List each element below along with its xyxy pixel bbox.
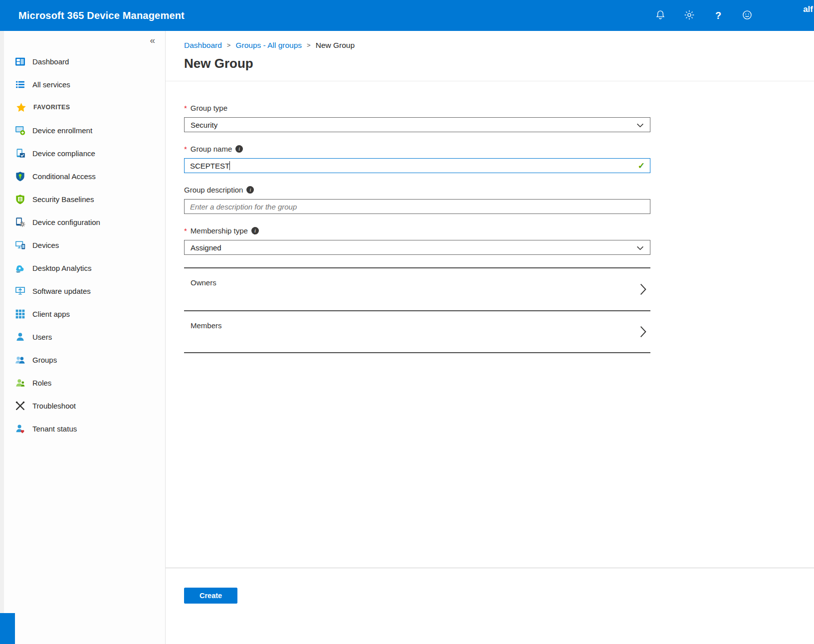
group-description-input[interactable]	[184, 199, 650, 214]
members-row[interactable]: Members	[184, 310, 650, 353]
sidebar-item-troubleshoot[interactable]: Troubleshoot	[4, 394, 165, 417]
main-content: Dashboard > Groups - All groups > New Gr…	[166, 31, 814, 644]
group-description-label-text: Group description	[184, 186, 243, 194]
gear-icon	[684, 9, 695, 22]
sidebar-item-label: All services	[32, 80, 70, 89]
sidebar-item-all-services[interactable]: All services	[4, 73, 165, 96]
group-type-field: * Group type Security	[184, 103, 650, 132]
sidebar-item-label: Device configuration	[32, 218, 100, 226]
sidebar-item-device-enrollment[interactable]: Device enrollment	[4, 119, 165, 142]
sidebar: « Dashboard All services FAVORITES Devic…	[4, 31, 166, 644]
collapse-row: «	[4, 31, 165, 50]
sidebar-item-dashboard[interactable]: Dashboard	[4, 50, 165, 73]
text-caret	[229, 161, 230, 170]
sidebar-collapse-button[interactable]: «	[147, 35, 158, 46]
sidebar-item-label: Troubleshoot	[32, 402, 76, 410]
all-services-icon	[15, 79, 25, 90]
group-name-input[interactable]	[184, 158, 650, 173]
group-name-label: * Group name i	[184, 144, 650, 153]
group-description-field: Group description i	[184, 185, 650, 214]
roles-icon	[15, 378, 25, 388]
device-compliance-icon	[15, 148, 25, 159]
sidebar-item-device-compliance[interactable]: Device compliance	[4, 142, 165, 165]
security-baselines-icon	[15, 194, 25, 205]
chevron-down-icon	[636, 123, 644, 128]
bottom-left-accent	[0, 613, 15, 644]
chevron-right-icon	[640, 326, 646, 338]
breadcrumb-dashboard[interactable]: Dashboard	[184, 41, 222, 50]
feedback-button[interactable]	[741, 9, 753, 21]
device-configuration-icon	[15, 217, 25, 227]
membership-type-dropdown[interactable]: Assigned	[184, 240, 650, 255]
group-description-input-wrap	[184, 199, 650, 214]
groups-icon	[15, 355, 25, 365]
star-icon	[16, 102, 26, 113]
group-name-input-wrap: ✓	[184, 158, 650, 173]
sidebar-item-desktop-analytics[interactable]: Desktop Analytics	[4, 256, 165, 279]
smiley-icon	[742, 9, 753, 22]
devices-icon	[15, 240, 25, 250]
bell-icon	[655, 9, 666, 22]
sidebar-item-security-baselines[interactable]: Security Baselines	[4, 188, 165, 211]
breadcrumb-separator: >	[307, 41, 311, 49]
help-icon: ?	[715, 10, 721, 21]
members-label: Members	[191, 321, 222, 330]
tenant-status-icon	[15, 424, 25, 434]
membership-type-value: Assigned	[191, 243, 221, 252]
valid-check-icon: ✓	[638, 161, 645, 171]
breadcrumb: Dashboard > Groups - All groups > New Gr…	[166, 31, 814, 50]
sidebar-item-conditional-access[interactable]: Conditional Access	[4, 165, 165, 188]
sidebar-item-roles[interactable]: Roles	[4, 371, 165, 394]
sidebar-favorites-header: FAVORITES	[4, 96, 165, 119]
troubleshoot-icon	[15, 401, 25, 411]
sidebar-item-software-updates[interactable]: Software updates	[4, 279, 165, 302]
group-name-field: * Group name i ✓	[184, 144, 650, 173]
settings-button[interactable]	[683, 9, 695, 21]
sidebar-item-groups[interactable]: Groups	[4, 348, 165, 371]
member-sections: Owners Members	[184, 267, 650, 353]
users-icon	[15, 332, 25, 342]
info-icon[interactable]: i	[235, 145, 243, 153]
user-name[interactable]: alf	[803, 4, 814, 14]
group-description-label: Group description i	[184, 185, 650, 194]
help-button[interactable]: ?	[712, 9, 724, 21]
topbar-icons: ?	[654, 0, 753, 31]
topbar: Microsoft 365 Device Management ? alf	[0, 0, 814, 31]
device-enrollment-icon	[15, 125, 25, 136]
sidebar-item-tenant-status[interactable]: Tenant status	[4, 417, 165, 440]
breadcrumb-groups-all-groups[interactable]: Groups - All groups	[235, 41, 302, 50]
sidebar-item-label: Devices	[32, 241, 59, 249]
sidebar-item-device-configuration[interactable]: Device configuration	[4, 211, 165, 233]
sidebar-item-label: Roles	[32, 379, 51, 387]
sidebar-item-devices[interactable]: Devices	[4, 233, 165, 256]
info-icon[interactable]: i	[251, 227, 259, 234]
page-title: New Group	[184, 56, 814, 71]
new-group-form: * Group type Security * Group name i	[184, 103, 650, 353]
sidebar-item-label: Software updates	[32, 287, 91, 295]
chevron-down-icon	[636, 246, 644, 250]
client-apps-icon	[15, 309, 25, 319]
info-icon[interactable]: i	[246, 186, 254, 194]
footer-divider	[166, 568, 814, 568]
group-type-dropdown[interactable]: Security	[184, 117, 650, 132]
software-updates-icon	[15, 286, 25, 296]
sidebar-item-label: Conditional Access	[32, 172, 96, 181]
group-type-value: Security	[191, 121, 217, 129]
notifications-button[interactable]	[654, 9, 666, 21]
create-button[interactable]: Create	[184, 588, 237, 604]
owners-row[interactable]: Owners	[184, 267, 650, 310]
sidebar-item-users[interactable]: Users	[4, 325, 165, 348]
breadcrumb-current: New Group	[316, 41, 355, 50]
sidebar-item-label: Dashboard	[32, 57, 69, 66]
sidebar-item-label: Desktop Analytics	[32, 264, 91, 272]
app-title: Microsoft 365 Device Management	[18, 10, 185, 21]
required-marker: *	[184, 104, 187, 112]
sidebar-item-label: Tenant status	[32, 425, 77, 433]
sidebar-item-label: Device compliance	[32, 149, 95, 158]
sidebar-item-label: Security Baselines	[32, 195, 94, 204]
conditional-access-icon	[15, 171, 25, 182]
favorites-label: FAVORITES	[33, 104, 70, 111]
group-type-label-text: Group type	[191, 104, 227, 112]
desktop-analytics-icon	[15, 263, 25, 273]
sidebar-item-client-apps[interactable]: Client apps	[4, 302, 165, 325]
